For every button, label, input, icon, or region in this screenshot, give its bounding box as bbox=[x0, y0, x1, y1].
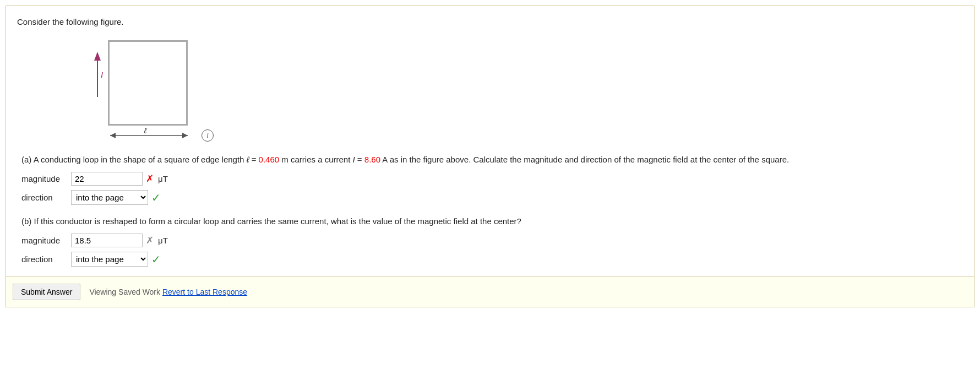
svg-text:ℓ: ℓ bbox=[144, 128, 148, 135]
dimension-line: ℓ i bbox=[108, 128, 214, 143]
part-b-direction-label: direction bbox=[21, 254, 71, 264]
part-b-magnitude-input[interactable] bbox=[71, 234, 143, 247]
part-a-direction-status-icon: ✓ bbox=[151, 191, 161, 204]
part-a-magnitude-status-icon: ✗ bbox=[146, 173, 154, 185]
part-b-block: (b) If this conductor is reshaped to for… bbox=[21, 215, 963, 267]
svg-marker-1 bbox=[94, 52, 101, 61]
part-a-direction-select[interactable]: into the page out of the page bbox=[71, 190, 148, 205]
part-b-direction-select[interactable]: into the page out of the page bbox=[71, 252, 148, 267]
part-a-magnitude-row: magnitude ✗ μT bbox=[21, 172, 963, 186]
current-arrow-group: I bbox=[90, 47, 111, 104]
bottom-bar: Submit Answer Viewing Saved Work Revert … bbox=[6, 277, 974, 307]
part-a-direction-row: direction into the page out of the page … bbox=[21, 190, 963, 205]
part-b-magnitude-unit: μT bbox=[158, 236, 168, 245]
svg-marker-4 bbox=[110, 133, 116, 138]
part-a-magnitude-unit: μT bbox=[158, 174, 168, 183]
svg-text:I: I bbox=[101, 70, 103, 79]
svg-marker-5 bbox=[182, 133, 188, 138]
square-box bbox=[108, 40, 188, 126]
info-icon[interactable]: i bbox=[202, 129, 214, 142]
part-a-question: (a) A conducting loop in the shape of a … bbox=[21, 153, 963, 166]
figure-area: I ℓ i bbox=[83, 32, 199, 148]
viewing-saved-label: Viewing Saved Work bbox=[89, 288, 160, 296]
intro-text: Consider the following figure. bbox=[17, 17, 963, 26]
submit-button[interactable]: Submit Answer bbox=[13, 284, 80, 300]
revert-link[interactable]: Revert to Last Response bbox=[162, 288, 247, 296]
part-b-magnitude-label: magnitude bbox=[21, 236, 71, 245]
part-b-magnitude-status-icon: ✗ bbox=[146, 235, 154, 246]
part-b-magnitude-row: magnitude ✗ μT bbox=[21, 234, 963, 247]
part-a-magnitude-label: magnitude bbox=[21, 174, 71, 183]
part-b-question: (b) If this conductor is reshaped to for… bbox=[21, 215, 963, 228]
saved-work-text: Viewing Saved Work Revert to Last Respon… bbox=[89, 288, 247, 296]
part-a-magnitude-input[interactable] bbox=[71, 172, 143, 186]
part-a-direction-label: direction bbox=[21, 193, 71, 202]
part-a-block: (a) A conducting loop in the shape of a … bbox=[21, 153, 963, 205]
part-b-direction-status-icon: ✓ bbox=[151, 253, 161, 266]
part-b-direction-row: direction into the page out of the page … bbox=[21, 252, 963, 267]
